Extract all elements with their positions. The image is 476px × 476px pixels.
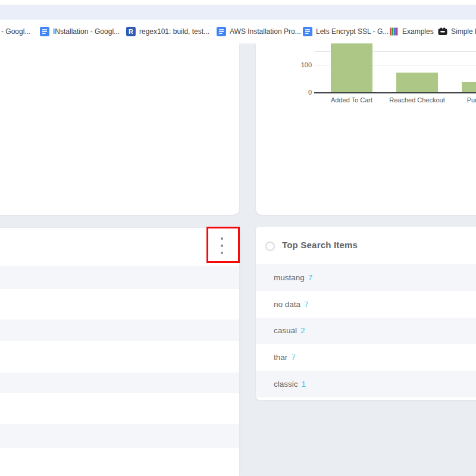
table-row: [0, 266, 239, 289]
table-row: [0, 372, 239, 393]
bookmark-label: AWS Installation Pro...: [230, 27, 301, 36]
bar-added-to-cart[interactable]: [331, 43, 372, 93]
bookmark-item[interactable]: Examples: [389, 20, 434, 43]
card-top-left: [0, 43, 239, 215]
search-item-row: classic 1: [256, 371, 476, 397]
circle-bullet-icon: [265, 242, 275, 251]
bookmark-item[interactable]: - Googl...: [1, 20, 30, 43]
y-axis-tick: 0: [290, 88, 312, 96]
bookmark-item[interactable]: R regex101: build, test...: [126, 20, 209, 43]
card-header: Top Search Items: [256, 227, 476, 264]
top-search-items-card: Top Search Items mustang 7 no data 7 cas…: [256, 227, 476, 400]
bar-purchased[interactable]: [462, 82, 476, 93]
search-count: 7: [291, 353, 296, 362]
search-item-row: casual 2: [256, 318, 476, 345]
highlight-box: [206, 227, 240, 263]
bookmark-label: - Googl...: [1, 27, 30, 36]
bar-reached-checkout[interactable]: [396, 73, 438, 93]
table-row: [0, 320, 239, 341]
bookmark-label: Simple R: [451, 27, 476, 36]
window-top-edge: [0, 0, 476, 5]
funnel-chart-card: 100 0 Added To Cart Reached Checkout Pur…: [256, 43, 476, 215]
docs-icon: [303, 27, 312, 36]
search-count: 1: [302, 380, 306, 389]
bookmark-label: INstallation - Googl...: [53, 27, 120, 36]
docs-icon: [40, 27, 49, 36]
bookmarks-bar: - Googl... INstallation - Googl... R reg…: [0, 20, 476, 43]
table-row: [0, 424, 239, 448]
y-axis-tick: 100: [290, 61, 312, 69]
bookmark-item[interactable]: AWS Installation Pro...: [217, 20, 301, 43]
browser-tab-strip: [0, 5, 476, 20]
bookmark-item[interactable]: Simple R: [438, 20, 476, 43]
bookmark-item[interactable]: INstallation - Googl...: [40, 20, 120, 43]
bookmark-label: regex101: build, test...: [139, 27, 209, 36]
search-term: mustang: [274, 273, 305, 282]
search-count: 2: [300, 326, 305, 335]
bookmark-label: Lets Encrypt SSL - G...: [316, 27, 389, 36]
search-count: 7: [304, 300, 309, 309]
bookmark-item[interactable]: Lets Encrypt SSL - G...: [303, 20, 389, 43]
card-title: Top Search Items: [282, 240, 358, 250]
search-item-row: mustang 7: [256, 264, 476, 291]
docs-icon: [217, 27, 226, 36]
search-item-row: thar 7: [256, 344, 476, 371]
x-axis-label: Purchased: [444, 96, 476, 104]
x-axis-line: [314, 92, 476, 93]
screenshot-stage: - Googl... INstallation - Googl... R reg…: [0, 0, 476, 476]
bookmark-label: Examples: [402, 27, 434, 36]
search-term: no data: [274, 300, 300, 309]
search-term: classic: [274, 380, 298, 389]
regex-r-icon: R: [126, 27, 136, 36]
search-term: thar: [274, 353, 287, 362]
svg-text:R: R: [129, 28, 133, 35]
search-count: 7: [308, 273, 313, 282]
table-card: [0, 228, 239, 476]
color-bars-icon: [389, 27, 399, 36]
search-term: casual: [274, 326, 297, 335]
dark-camera-icon: [438, 27, 447, 36]
search-item-row: no data 7: [256, 291, 476, 318]
